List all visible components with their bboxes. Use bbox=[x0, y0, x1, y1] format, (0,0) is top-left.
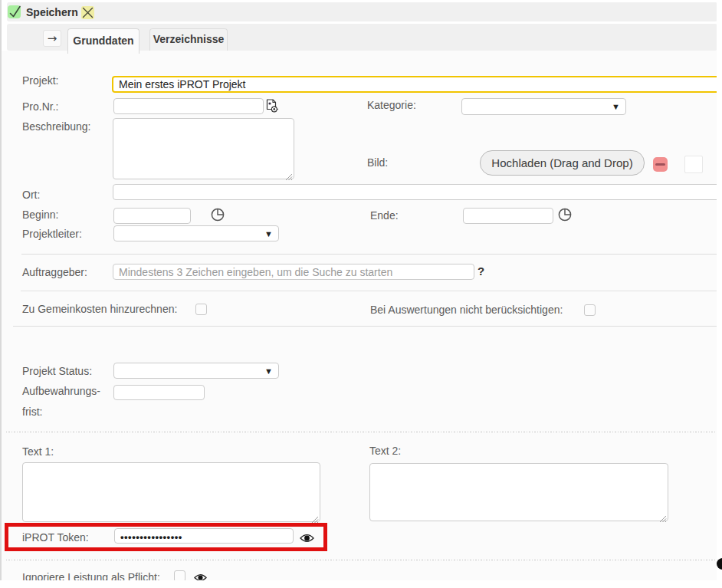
minus-icon bbox=[655, 163, 665, 166]
beginn-clock-icon[interactable] bbox=[211, 208, 225, 225]
aufbewahrungsfrist-label-line1: Aufbewahrungs- bbox=[22, 385, 100, 397]
toolbar bbox=[7, 2, 717, 21]
dotted-divider bbox=[6, 560, 717, 560]
projekt-input[interactable] bbox=[112, 76, 722, 93]
gemeinkosten-checkbox[interactable] bbox=[195, 304, 207, 315]
beginn-label: Beginn: bbox=[22, 209, 58, 221]
ende-label: Ende: bbox=[370, 209, 399, 222]
resize-handle-icon[interactable] bbox=[285, 170, 293, 184]
viewport-right-mask bbox=[717, 0, 722, 588]
divider bbox=[21, 254, 717, 255]
aufbewahrungsfrist-label-line2: frist: bbox=[22, 406, 42, 418]
divider bbox=[21, 291, 717, 291]
auswertungen-checkbox[interactable] bbox=[584, 304, 596, 316]
text1-textarea[interactable] bbox=[22, 462, 320, 522]
text2-label: Text 2: bbox=[369, 445, 401, 457]
ende-clock-icon[interactable] bbox=[558, 208, 572, 225]
remove-image-button[interactable] bbox=[653, 157, 668, 172]
dotted-divider bbox=[6, 432, 717, 432]
iprot-token-label: iPROT Token: bbox=[22, 531, 89, 544]
help-question-mark[interactable]: ? bbox=[478, 265, 484, 278]
resize-handle-icon[interactable] bbox=[659, 512, 667, 526]
upload-button[interactable]: Hochladen (Drag and Drop) bbox=[480, 150, 645, 176]
close-icon[interactable] bbox=[81, 5, 94, 18]
pro-nr-input[interactable] bbox=[113, 98, 264, 114]
dropdown-arrow-icon: ▼ bbox=[264, 228, 273, 238]
kategorie-select[interactable]: ▼ bbox=[461, 98, 626, 115]
divider bbox=[13, 326, 717, 327]
tab-verzeichnisse[interactable]: Verzeichnisse bbox=[149, 28, 228, 51]
beginn-input[interactable] bbox=[113, 208, 191, 224]
ende-input[interactable] bbox=[463, 208, 553, 224]
projekt-status-select[interactable]: ▼ bbox=[113, 363, 279, 379]
show-token-eye-icon[interactable] bbox=[300, 532, 314, 546]
document-gear-icon[interactable] bbox=[266, 99, 278, 113]
tab-grunddaten[interactable]: Grunddaten bbox=[67, 28, 139, 54]
save-button[interactable]: Speichern bbox=[26, 7, 78, 18]
viewport-bottom-mask bbox=[0, 580, 722, 588]
text1-label: Text 1: bbox=[22, 445, 54, 458]
ort-label: Ort: bbox=[22, 189, 40, 201]
projektleiter-select[interactable]: ▼ bbox=[113, 225, 279, 241]
aufbewahrungsfrist-input[interactable] bbox=[113, 385, 205, 400]
beschreibung-textarea[interactable] bbox=[113, 118, 294, 179]
dropdown-arrow-icon: ▼ bbox=[264, 366, 273, 375]
gemeinkosten-label: Zu Gemeinkosten hinzurechnen: bbox=[22, 303, 177, 315]
projekt-status-label: Projekt Status: bbox=[22, 365, 92, 377]
kategorie-label: Kategorie: bbox=[367, 99, 416, 111]
ort-input[interactable] bbox=[113, 184, 722, 200]
image-preview-box bbox=[684, 156, 703, 173]
projekt-label: Projekt: bbox=[22, 74, 58, 87]
bild-label: Bild: bbox=[367, 156, 388, 169]
text2-textarea[interactable] bbox=[369, 463, 668, 521]
auftraggeber-label: Auftraggeber: bbox=[22, 266, 87, 278]
auftraggeber-input[interactable] bbox=[113, 264, 474, 280]
dropdown-arrow-icon: ▼ bbox=[612, 102, 620, 111]
tab-nav-arrow-button[interactable]: → bbox=[43, 30, 61, 47]
projektleiter-label: Projektleiter: bbox=[22, 228, 82, 240]
pro-nr-label: Pro.Nr.: bbox=[22, 100, 58, 113]
save-check-icon[interactable] bbox=[8, 5, 21, 18]
auswertungen-label: Bei Auswertungen nicht berücksichtigen: bbox=[370, 304, 563, 316]
beschreibung-label: Beschreibung: bbox=[22, 120, 91, 133]
